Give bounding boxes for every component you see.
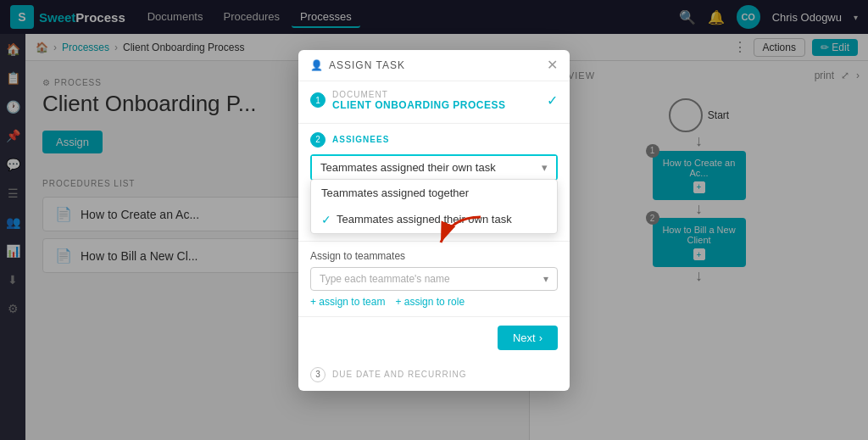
teammate-input-chevron-icon: ▾ bbox=[543, 273, 548, 285]
modal-title-text: ASSIGN TASK bbox=[329, 59, 405, 71]
step1-check-icon: ✓ bbox=[547, 92, 558, 109]
assign-to-role-link[interactable]: + assign to role bbox=[395, 296, 465, 308]
assign-to-team-link[interactable]: + assign to team bbox=[310, 296, 385, 308]
dropdown-selected-value: Teammates assigned their own task bbox=[320, 161, 496, 174]
dropdown-menu: Teammates assigned together ✓ Teammates … bbox=[310, 179, 558, 234]
assignee-type-dropdown[interactable]: Teammates assigned their own task ▾ Team… bbox=[310, 154, 558, 181]
modal-step3: 3 DUE DATE AND RECURRING bbox=[298, 359, 570, 391]
step2-label: ASSIGNEES bbox=[332, 135, 389, 144]
step3-num: 3 bbox=[310, 367, 326, 382]
step3-label: DUE DATE AND RECURRING bbox=[332, 370, 467, 379]
modal-close-button[interactable]: ✕ bbox=[547, 58, 558, 72]
dropdown-option-own-task[interactable]: ✓ Teammates assigned their own task bbox=[311, 206, 557, 233]
step1-label: DOCUMENT bbox=[332, 90, 506, 99]
assign-teammates-section: Assign to teammates Type each teammate's… bbox=[298, 242, 570, 317]
assign-task-modal: 👤 ASSIGN TASK ✕ 1 DOCUMENT CLIENT ONBOAR… bbox=[298, 50, 570, 391]
modal-step2: 2 ASSIGNEES Teammates assigned their own… bbox=[298, 124, 570, 242]
next-button-icon: › bbox=[539, 331, 542, 344]
step1-content: DOCUMENT CLIENT ONBOARDING PROCESS bbox=[332, 90, 506, 111]
modal-overlay: 👤 ASSIGN TASK ✕ 1 DOCUMENT CLIENT ONBOAR… bbox=[0, 0, 868, 440]
dropdown-chevron-icon: ▾ bbox=[542, 161, 548, 174]
assign-links: + assign to team + assign to role bbox=[310, 296, 558, 308]
teammate-input-placeholder: Type each teammate's name bbox=[320, 273, 450, 285]
step1-value: CLIENT ONBOARDING PROCESS bbox=[332, 99, 506, 111]
dropdown-option-together-label: Teammates assigned together bbox=[321, 187, 469, 199]
step2-header: 2 ASSIGNEES bbox=[310, 132, 558, 148]
step3-header: 3 DUE DATE AND RECURRING bbox=[310, 367, 558, 382]
modal-title: 👤 ASSIGN TASK bbox=[310, 59, 405, 71]
dropdown-check-icon: ✓ bbox=[321, 213, 331, 226]
step1-num: 1 bbox=[310, 92, 326, 108]
next-section: Next › bbox=[298, 317, 570, 359]
dropdown-option-together[interactable]: Teammates assigned together bbox=[311, 180, 557, 206]
assign-teammates-label: Assign to teammates bbox=[310, 250, 558, 262]
next-button[interactable]: Next › bbox=[498, 326, 558, 350]
modal-header: 👤 ASSIGN TASK ✕ bbox=[298, 50, 570, 81]
dropdown-option-own-task-label: Teammates assigned their own task bbox=[337, 213, 512, 226]
dropdown-button[interactable]: Teammates assigned their own task ▾ bbox=[312, 156, 556, 179]
step2-num: 2 bbox=[310, 132, 326, 148]
modal-step1: 1 DOCUMENT CLIENT ONBOARDING PROCESS ✓ bbox=[298, 81, 570, 124]
next-button-label: Next bbox=[513, 331, 536, 344]
step1-header: 1 DOCUMENT CLIENT ONBOARDING PROCESS ✓ bbox=[310, 90, 558, 111]
teammate-input[interactable]: Type each teammate's name ▾ bbox=[310, 267, 558, 291]
assign-task-person-icon: 👤 bbox=[310, 59, 324, 71]
